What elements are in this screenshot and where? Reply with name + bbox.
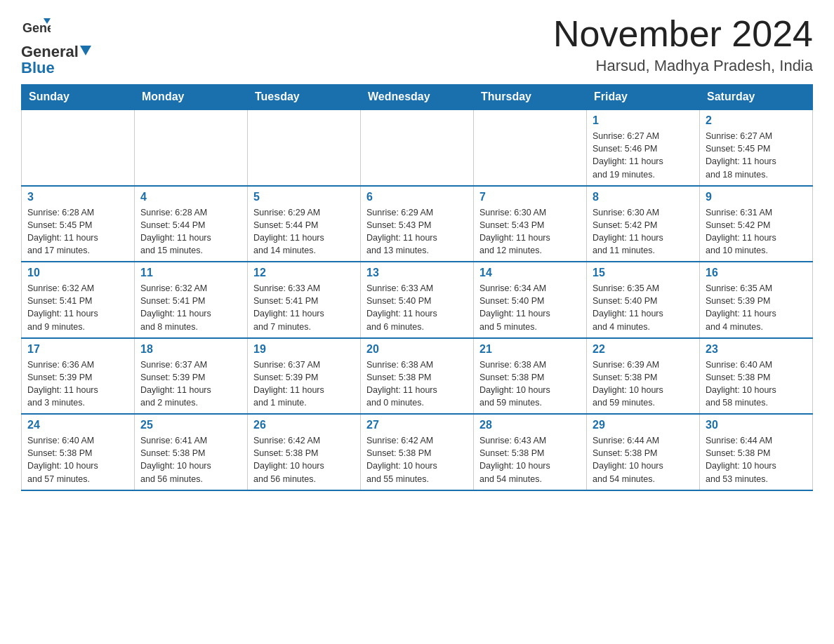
day-number: 11 xyxy=(140,267,241,279)
day-number: 1 xyxy=(593,114,694,127)
day-number: 17 xyxy=(27,343,128,356)
logo-icon: General xyxy=(21,14,51,43)
day-number: 27 xyxy=(366,419,468,431)
logo-line1: General xyxy=(21,43,79,60)
day-number: 18 xyxy=(140,343,241,356)
calendar-cell: 20Sunrise: 6:38 AMSunset: 5:38 PMDayligh… xyxy=(361,338,474,415)
calendar-cell: 22Sunrise: 6:39 AMSunset: 5:38 PMDayligh… xyxy=(587,338,700,415)
day-info: Sunrise: 6:41 AMSunset: 5:38 PMDaylight:… xyxy=(140,434,241,485)
day-number: 29 xyxy=(593,419,694,431)
calendar-cell xyxy=(248,109,361,186)
day-number: 16 xyxy=(706,267,807,279)
day-info: Sunrise: 6:42 AMSunset: 5:38 PMDaylight:… xyxy=(366,434,468,485)
day-of-week-header: Tuesday xyxy=(248,85,361,110)
day-info: Sunrise: 6:38 AMSunset: 5:38 PMDaylight:… xyxy=(479,358,581,410)
day-number: 22 xyxy=(593,343,694,356)
calendar-cell: 4Sunrise: 6:28 AMSunset: 5:44 PMDaylight… xyxy=(135,186,248,262)
day-number: 28 xyxy=(479,419,581,431)
calendar-cell: 8Sunrise: 6:30 AMSunset: 5:42 PMDaylight… xyxy=(587,186,700,262)
location-title: Harsud, Madhya Pradesh, India xyxy=(553,57,813,75)
logo: General xyxy=(21,14,51,43)
svg-text:General: General xyxy=(22,21,51,35)
day-number: 9 xyxy=(706,191,807,203)
day-info: Sunrise: 6:44 AMSunset: 5:38 PMDaylight:… xyxy=(706,434,807,485)
day-number: 15 xyxy=(593,267,694,279)
day-number: 10 xyxy=(27,267,128,279)
day-info: Sunrise: 6:39 AMSunset: 5:38 PMDaylight:… xyxy=(593,358,694,410)
calendar-cell: 19Sunrise: 6:37 AMSunset: 5:39 PMDayligh… xyxy=(248,338,361,415)
day-of-week-header: Monday xyxy=(135,85,248,110)
calendar-cell: 12Sunrise: 6:33 AMSunset: 5:41 PMDayligh… xyxy=(248,262,361,338)
calendar-cell: 18Sunrise: 6:37 AMSunset: 5:39 PMDayligh… xyxy=(135,338,248,415)
day-info: Sunrise: 6:28 AMSunset: 5:45 PMDaylight:… xyxy=(27,206,128,257)
calendar-cell xyxy=(361,109,474,186)
day-info: Sunrise: 6:31 AMSunset: 5:42 PMDaylight:… xyxy=(706,206,807,257)
calendar-cell: 10Sunrise: 6:32 AMSunset: 5:41 PMDayligh… xyxy=(22,262,135,338)
day-number: 21 xyxy=(479,343,581,356)
title-area: November 2024 Harsud, Madhya Pradesh, In… xyxy=(553,14,813,75)
calendar-cell xyxy=(474,109,587,186)
day-of-week-header: Wednesday xyxy=(361,85,474,110)
logo-line2: Blue xyxy=(21,59,55,77)
day-info: Sunrise: 6:30 AMSunset: 5:43 PMDaylight:… xyxy=(479,206,581,257)
calendar-cell: 21Sunrise: 6:38 AMSunset: 5:38 PMDayligh… xyxy=(474,338,587,415)
calendar-cell: 2Sunrise: 6:27 AMSunset: 5:45 PMDaylight… xyxy=(700,109,813,186)
day-number: 26 xyxy=(253,419,355,431)
calendar-cell: 27Sunrise: 6:42 AMSunset: 5:38 PMDayligh… xyxy=(361,414,474,490)
calendar-cell: 3Sunrise: 6:28 AMSunset: 5:45 PMDaylight… xyxy=(22,186,135,262)
day-number: 14 xyxy=(479,267,581,279)
day-info: Sunrise: 6:42 AMSunset: 5:38 PMDaylight:… xyxy=(253,434,355,485)
day-info: Sunrise: 6:32 AMSunset: 5:41 PMDaylight:… xyxy=(140,282,241,333)
day-info: Sunrise: 6:28 AMSunset: 5:44 PMDaylight:… xyxy=(140,206,241,257)
svg-marker-2 xyxy=(80,46,91,55)
day-info: Sunrise: 6:35 AMSunset: 5:39 PMDaylight:… xyxy=(706,282,807,333)
calendar-cell: 11Sunrise: 6:32 AMSunset: 5:41 PMDayligh… xyxy=(135,262,248,338)
day-info: Sunrise: 6:44 AMSunset: 5:38 PMDaylight:… xyxy=(593,434,694,485)
day-info: Sunrise: 6:33 AMSunset: 5:40 PMDaylight:… xyxy=(366,282,468,333)
calendar-week-row: 3Sunrise: 6:28 AMSunset: 5:45 PMDaylight… xyxy=(22,186,813,262)
day-info: Sunrise: 6:37 AMSunset: 5:39 PMDaylight:… xyxy=(253,358,355,410)
day-number: 3 xyxy=(27,191,128,203)
day-number: 8 xyxy=(593,191,694,203)
day-info: Sunrise: 6:34 AMSunset: 5:40 PMDaylight:… xyxy=(479,282,581,333)
day-info: Sunrise: 6:29 AMSunset: 5:43 PMDaylight:… xyxy=(366,206,468,257)
calendar-week-row: 1Sunrise: 6:27 AMSunset: 5:46 PMDaylight… xyxy=(22,109,813,186)
day-info: Sunrise: 6:30 AMSunset: 5:42 PMDaylight:… xyxy=(593,206,694,257)
calendar-cell: 28Sunrise: 6:43 AMSunset: 5:38 PMDayligh… xyxy=(474,414,587,490)
day-number: 20 xyxy=(366,343,468,356)
calendar-week-row: 24Sunrise: 6:40 AMSunset: 5:38 PMDayligh… xyxy=(22,414,813,490)
day-info: Sunrise: 6:40 AMSunset: 5:38 PMDaylight:… xyxy=(27,434,128,485)
calendar-cell: 30Sunrise: 6:44 AMSunset: 5:38 PMDayligh… xyxy=(700,414,813,490)
calendar-cell xyxy=(135,109,248,186)
calendar-table: SundayMondayTuesdayWednesdayThursdayFrid… xyxy=(21,84,813,491)
day-number: 24 xyxy=(27,419,128,431)
day-info: Sunrise: 6:29 AMSunset: 5:44 PMDaylight:… xyxy=(253,206,355,257)
calendar-cell: 16Sunrise: 6:35 AMSunset: 5:39 PMDayligh… xyxy=(700,262,813,338)
day-info: Sunrise: 6:36 AMSunset: 5:39 PMDaylight:… xyxy=(27,358,128,410)
calendar-cell: 5Sunrise: 6:29 AMSunset: 5:44 PMDaylight… xyxy=(248,186,361,262)
day-number: 6 xyxy=(366,191,468,203)
day-of-week-header: Thursday xyxy=(474,85,587,110)
calendar-cell: 24Sunrise: 6:40 AMSunset: 5:38 PMDayligh… xyxy=(22,414,135,490)
day-number: 2 xyxy=(706,114,807,127)
calendar-cell: 17Sunrise: 6:36 AMSunset: 5:39 PMDayligh… xyxy=(22,338,135,415)
day-info: Sunrise: 6:27 AMSunset: 5:45 PMDaylight:… xyxy=(706,130,807,181)
day-number: 19 xyxy=(253,343,355,356)
calendar-header-row: SundayMondayTuesdayWednesdayThursdayFrid… xyxy=(22,85,813,110)
day-info: Sunrise: 6:38 AMSunset: 5:38 PMDaylight:… xyxy=(366,358,468,410)
calendar-cell: 9Sunrise: 6:31 AMSunset: 5:42 PMDaylight… xyxy=(700,186,813,262)
day-of-week-header: Friday xyxy=(587,85,700,110)
day-number: 23 xyxy=(706,343,807,356)
day-info: Sunrise: 6:40 AMSunset: 5:38 PMDaylight:… xyxy=(706,358,807,410)
day-number: 13 xyxy=(366,267,468,279)
calendar-cell: 23Sunrise: 6:40 AMSunset: 5:38 PMDayligh… xyxy=(700,338,813,415)
calendar-cell: 14Sunrise: 6:34 AMSunset: 5:40 PMDayligh… xyxy=(474,262,587,338)
day-info: Sunrise: 6:35 AMSunset: 5:40 PMDaylight:… xyxy=(593,282,694,333)
day-number: 4 xyxy=(140,191,241,203)
logo-triangle-icon xyxy=(80,46,91,57)
calendar-cell: 15Sunrise: 6:35 AMSunset: 5:40 PMDayligh… xyxy=(587,262,700,338)
day-info: Sunrise: 6:37 AMSunset: 5:39 PMDaylight:… xyxy=(140,358,241,410)
day-info: Sunrise: 6:43 AMSunset: 5:38 PMDaylight:… xyxy=(479,434,581,485)
day-number: 12 xyxy=(253,267,355,279)
day-number: 30 xyxy=(706,419,807,431)
